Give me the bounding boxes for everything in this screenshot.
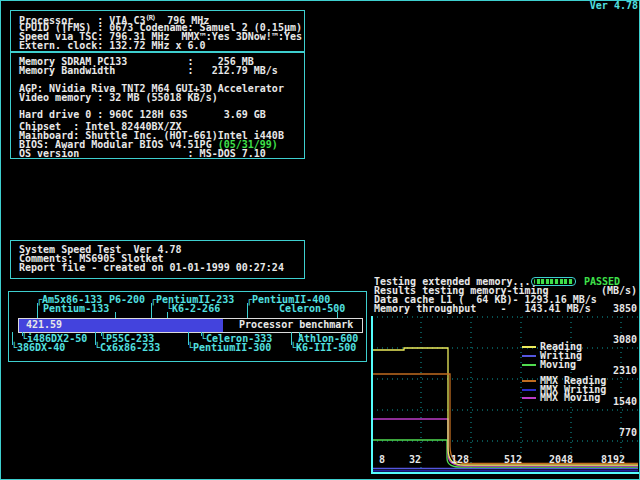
benchmark-label: └386DX-40 bbox=[11, 343, 65, 352]
extern-clock-line: Extern. clock: 132.72 MHz x 6.0 bbox=[19, 41, 206, 50]
benchmark-label: Celeron-500 bbox=[279, 304, 345, 313]
benchmark-label: └K6-2-266 bbox=[166, 304, 220, 313]
version-label: Ver 4.78 bbox=[558, 1, 638, 10]
benchmark-label: └Cx6x86-233 bbox=[94, 343, 160, 352]
legend-label: MMX Moving bbox=[540, 393, 600, 402]
processor-info-box: Processor : VIA C3(R) 796 MHz CPUID (TFM… bbox=[10, 10, 305, 52]
benchmark-label: Pentium-133 bbox=[43, 304, 109, 313]
bandwidth-line: Memory Bandwidth : 212.79 MB/s bbox=[19, 66, 278, 75]
legend-swatch-mmx-reading bbox=[522, 380, 536, 382]
benchmark-label: P6-200 bbox=[109, 295, 145, 304]
os-version-line: OS version : MS-DOS 7.10 bbox=[19, 149, 266, 158]
benchmark-tick bbox=[37, 303, 38, 318]
system-info-box: Memory SDRAM PC133 : 256 MB Memory Bandw… bbox=[10, 52, 305, 159]
x-tick-label: 128 bbox=[451, 455, 469, 464]
video-memory-line: Video memory : 32 MB (55018 KB/s) bbox=[19, 93, 218, 102]
y-tick-label: 2310 bbox=[577, 366, 637, 375]
benchmark-label: └PentiumII-300 bbox=[187, 343, 271, 352]
legend-swatch-reading bbox=[522, 346, 536, 348]
y-tick-label: 3080 bbox=[577, 335, 637, 344]
legend-swatch-writing bbox=[522, 355, 536, 357]
legend-swatch-mmx-writing bbox=[522, 389, 536, 391]
legend-swatch-moving bbox=[522, 364, 536, 366]
x-tick-label: 8 bbox=[379, 455, 385, 464]
hard-drive-line: Hard drive 0 : 960C 128H 63S 3.69 GB bbox=[19, 110, 266, 119]
benchmark-score: 421.59 bbox=[26, 320, 62, 329]
benchmark-label: └K6-III-500 bbox=[290, 343, 356, 352]
y-tick-label: 3850 bbox=[577, 304, 637, 313]
benchmark-bar-title: Processor benchmark bbox=[239, 320, 353, 329]
x-tick-label: 8192 bbox=[601, 455, 625, 464]
registered-mark: (R) bbox=[145, 14, 155, 22]
x-tick-label: 512 bbox=[504, 455, 522, 464]
x-tick-label: 2048 bbox=[549, 455, 573, 464]
report-box: System Speed Test Ver 4.78 Comments: MS6… bbox=[10, 240, 305, 279]
legend-swatch-mmx-moving bbox=[522, 397, 536, 399]
legend-label: Moving bbox=[540, 360, 576, 369]
y-tick-label: 770 bbox=[577, 428, 637, 437]
report-file-line: Report file - created on 01-01-1999 00:2… bbox=[19, 263, 284, 272]
benchmark-tick bbox=[151, 303, 152, 318]
x-tick-label: 32 bbox=[409, 455, 421, 464]
benchmark-tick bbox=[247, 303, 248, 318]
speedsys-screen: Ver 4.78 Processor : VIA C3(R) 796 MHz C… bbox=[0, 0, 640, 480]
